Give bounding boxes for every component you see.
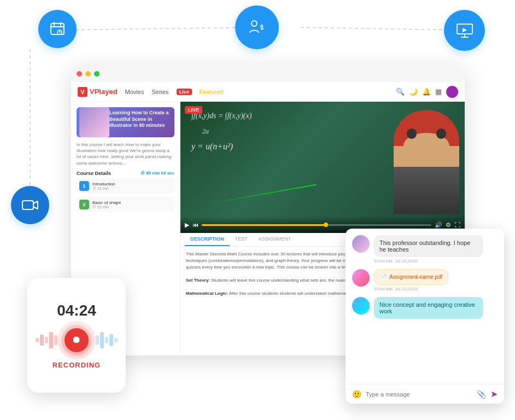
- rec-mid: ⏺: [61, 325, 92, 355]
- recording-label: RECORDING: [52, 361, 101, 369]
- wave-bar: [49, 332, 52, 348]
- nav-live[interactable]: Live: [177, 89, 192, 95]
- wave-bar: [36, 338, 39, 342]
- progress-fill: [202, 224, 328, 226]
- chat-meta-2: 📄 Assignment-name.pdf 10:04 AM, Jul 23,2…: [374, 269, 448, 291]
- recording-waveform: ⏺: [36, 324, 118, 357]
- logo-text: VPlayed: [90, 88, 118, 96]
- course-details-label: Course Details ⏱ 85 min 60 sec: [77, 171, 174, 176]
- volume-button[interactable]: 🔊: [435, 221, 442, 229]
- chat-message-1: This professor outstanding. I hope he te…: [352, 235, 498, 264]
- course-time: ⏱ 85 min 60 sec: [141, 171, 174, 176]
- settings-icon[interactable]: 🔔: [422, 88, 431, 96]
- grid-icon[interactable]: ▦: [435, 88, 442, 96]
- nav-featured[interactable]: Featured: [200, 89, 224, 95]
- wave-bar: [45, 337, 48, 343]
- tab-assignment[interactable]: ASSIGNMENT: [253, 233, 297, 246]
- lesson-info-1: Introduction ⏱ 23 min: [92, 182, 115, 190]
- screen-learning-float-icon: [444, 10, 485, 51]
- chat-bubble-3: Nice concept and engaging creative work: [374, 297, 483, 319]
- tab-description[interactable]: DESCRIPTION: [185, 233, 230, 246]
- skip-back-button[interactable]: ⏮: [192, 221, 198, 228]
- thumbnail-image: [79, 107, 109, 137]
- chat-message-3: Nice concept and engaging creative work: [352, 297, 498, 319]
- nav-series[interactable]: Series: [151, 89, 168, 95]
- file-icon: 📄: [380, 274, 387, 280]
- logo: V VPlayed: [78, 87, 118, 97]
- chat-meta-1: This professor outstanding. I hope he te…: [374, 235, 483, 264]
- recording-float-icon: [11, 186, 49, 224]
- course-description: In this course I will teach How to make …: [77, 142, 174, 166]
- chat-meta-3: Nice concept and engaging creative work: [374, 297, 483, 319]
- nav-movies[interactable]: Movies: [125, 89, 144, 95]
- dark-mode-icon[interactable]: 🌙: [409, 88, 418, 96]
- users-sync-float-icon: [235, 5, 279, 49]
- chat-time-2: 10:04 AM, Jul 23,2020: [374, 287, 448, 291]
- wave-bars-right: [96, 332, 118, 348]
- wave-bar: [96, 335, 99, 345]
- search-icon[interactable]: 🔍: [396, 88, 405, 96]
- fullscreen-button[interactable]: ⛶: [454, 221, 460, 228]
- wave-bar: [114, 338, 118, 342]
- nav-icons: 🔍 🌙 🔔 ▦: [396, 86, 458, 98]
- send-button[interactable]: ➤: [490, 389, 498, 399]
- logo-v: V: [78, 87, 87, 97]
- lesson-num-1: 1: [79, 181, 89, 191]
- minimize-dot: [85, 71, 91, 77]
- wave-bar: [109, 334, 113, 346]
- laser-pointer: [208, 184, 316, 205]
- tab-test[interactable]: TEST: [230, 233, 253, 246]
- teacher-figure: [394, 110, 459, 214]
- emoji-button[interactable]: 🙂: [352, 390, 361, 399]
- wave-bar: [40, 335, 43, 346]
- chat-time-1: 10:04 AM, Jul 23,2020: [374, 259, 483, 264]
- wave-bars-left: [36, 332, 57, 348]
- course-thumbnail: Learning How to Create a Beautiful Scene…: [77, 107, 174, 137]
- svg-line-1: [301, 27, 459, 30]
- chat-messages: This professor outstanding. I hope he te…: [346, 229, 504, 384]
- wave-bar: [100, 332, 103, 348]
- attachment-button[interactable]: 📎: [477, 390, 486, 399]
- chat-bubble-2: 📄 Assignment-name.pdf: [374, 269, 448, 285]
- close-dot: [77, 71, 82, 77]
- svg-line-0: [57, 27, 257, 30]
- lesson-item-2[interactable]: 2 Basic of shape ⏱ 23 min: [77, 197, 174, 212]
- progress-dot: [324, 223, 328, 227]
- recording-card: 04:24 ⏺ RECORDING: [27, 278, 126, 393]
- thumbnail-title: Learning How to Create a Beautiful Scene…: [109, 110, 172, 129]
- chat-message-2: 📄 Assignment-name.pdf 10:04 AM, Jul 23,2…: [352, 269, 498, 291]
- live-badge: LIVE: [185, 106, 202, 114]
- record-button[interactable]: ⏺: [65, 328, 89, 352]
- expand-dot: [94, 71, 100, 77]
- browser-bar: [71, 66, 465, 82]
- chat-input[interactable]: [366, 391, 472, 398]
- lesson-num-2: 2: [79, 200, 89, 209]
- chalkboard-formulas: ∫f(x,y)ds = ∫f(x,y)(x) 2a y = u(n+u²): [191, 110, 251, 153]
- settings-video-button[interactable]: ⚙: [446, 221, 451, 229]
- video-area: ∫f(x,y)ds = ∫f(x,y)(x) 2a y = u(n+u²) y²…: [180, 102, 465, 233]
- play-pause-button[interactable]: ▶: [185, 221, 189, 229]
- user-avatar-nav[interactable]: [446, 86, 458, 98]
- chat-avatar-2: [352, 269, 370, 287]
- chat-bubble-1: This professor outstanding. I hope he te…: [374, 235, 483, 257]
- video-progress-bar[interactable]: [202, 224, 431, 226]
- nav-bar: V VPlayed Movies Series Live Featured 🔍 …: [71, 82, 465, 102]
- recording-time: 04:24: [57, 302, 96, 319]
- chat-input-bar: 🙂 📎 ➤: [346, 384, 504, 404]
- chat-avatar-1: [352, 235, 370, 253]
- calendar-float-icon: [38, 10, 77, 48]
- video-background: ∫f(x,y)ds = ∫f(x,y)(x) 2a y = u(n+u²) y²…: [180, 102, 465, 233]
- lesson-item-1[interactable]: 1 Introduction ⏱ 23 min: [77, 178, 174, 194]
- svg-rect-14: [22, 201, 33, 209]
- lesson-info-2: Basic of shape ⏱ 23 min: [92, 200, 121, 209]
- rec-outer: ⏺: [57, 321, 96, 359]
- svg-point-10: [251, 21, 257, 26]
- chat-avatar-3: [352, 297, 370, 314]
- chat-panel: This professor outstanding. I hope he te…: [346, 229, 504, 404]
- wave-bar: [105, 337, 108, 343]
